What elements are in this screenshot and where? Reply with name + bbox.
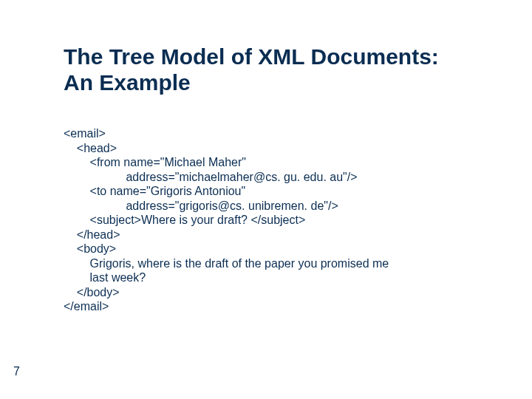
code-line: address="grigoris@cs. unibremen. de"/> bbox=[64, 200, 338, 212]
slide: The Tree Model of XML Documents: An Exam… bbox=[0, 0, 532, 399]
code-line: </head> bbox=[64, 228, 120, 241]
title-line-1: The Tree Model of XML Documents: bbox=[64, 44, 439, 69]
code-line: address="michaelmaher@cs. gu. edu. au"/> bbox=[64, 171, 358, 183]
code-block: <email> <head> <from name="Michael Maher… bbox=[64, 126, 488, 314]
code-line: Grigoris, where is the draft of the pape… bbox=[64, 257, 389, 270]
slide-title: The Tree Model of XML Documents: An Exam… bbox=[64, 44, 488, 95]
code-line: last week? bbox=[64, 271, 146, 284]
code-line: </body> bbox=[64, 286, 120, 299]
code-line: <to name="Grigoris Antoniou" bbox=[64, 185, 245, 197]
code-line: <head> bbox=[64, 142, 117, 154]
title-line-2: An Example bbox=[64, 70, 191, 95]
code-line: </email> bbox=[64, 300, 109, 313]
code-line: <subject>Where is your draft? </subject> bbox=[64, 214, 305, 226]
code-line: <from name="Michael Maher" bbox=[64, 156, 246, 168]
page-number: 7 bbox=[13, 365, 20, 378]
code-line: <body> bbox=[64, 242, 116, 255]
code-line: <email> bbox=[64, 127, 106, 140]
